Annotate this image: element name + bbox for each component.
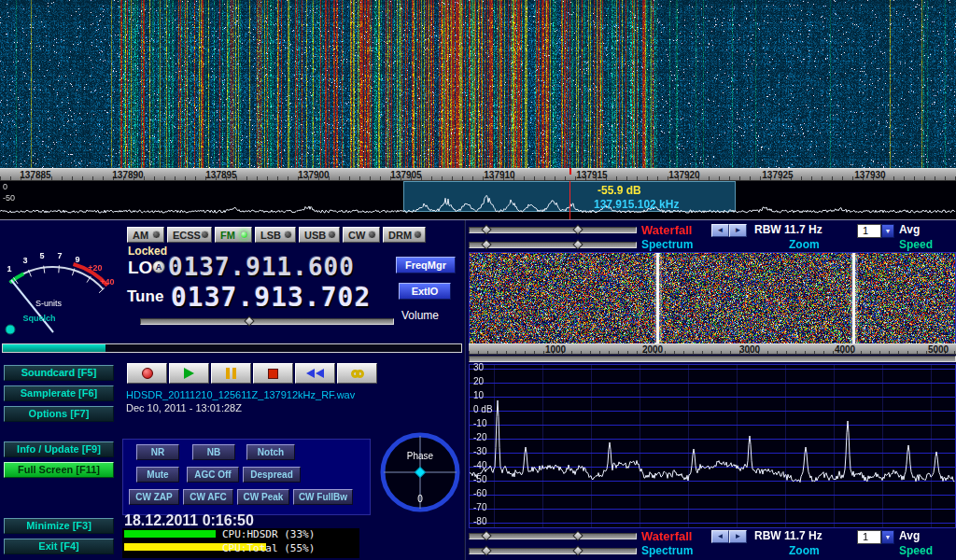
- rf-frequency-scale[interactable]: 137885 137890 137895 137900 137905 13791…: [0, 168, 956, 181]
- af-waterfall-display[interactable]: [469, 252, 956, 345]
- mode-button-drm[interactable]: DRM: [383, 227, 426, 243]
- rf-waterfall-display[interactable]: [0, 0, 956, 168]
- cw-zap-button[interactable]: CW ZAP: [129, 489, 179, 505]
- locked-indicator: Locked: [128, 245, 167, 258]
- pause-button[interactable]: [211, 363, 251, 384]
- mode-button-fm[interactable]: FM: [215, 227, 252, 243]
- mode-button-am[interactable]: AM: [127, 227, 164, 243]
- freq-tick-label: 137920: [668, 170, 699, 180]
- record-button[interactable]: [127, 363, 167, 384]
- db-axis-label: -10: [473, 418, 486, 428]
- soundcard-button[interactable]: Soundcard [F5]: [4, 365, 114, 381]
- nb-button[interactable]: NB: [192, 444, 235, 460]
- slider-thumb[interactable]: [481, 224, 491, 234]
- nr-button[interactable]: NR: [136, 444, 179, 460]
- waterfall-contrast-slider[interactable]: [469, 227, 637, 233]
- mode-label: LSB: [260, 230, 281, 241]
- agc-button[interactable]: AGC Off: [187, 467, 239, 483]
- af-tick-label: 5000: [928, 344, 949, 355]
- cw-peak-button[interactable]: CW Peak: [237, 489, 289, 505]
- cursor-frequency-readout: 137.915.102 kHz: [594, 198, 679, 211]
- slider-thumb[interactable]: [481, 239, 491, 249]
- mode-label: USB: [304, 230, 326, 241]
- af-zoom-left-button[interactable]: ◄: [711, 530, 729, 543]
- freqmgr-button[interactable]: FreqMgr: [396, 257, 456, 273]
- slider-thumb[interactable]: [481, 545, 491, 555]
- spectrum-label[interactable]: Spectrum: [641, 238, 693, 251]
- af-speed-select[interactable]: 1: [857, 530, 881, 544]
- af-zoom-right-button[interactable]: ►: [729, 530, 747, 543]
- minimize-button[interactable]: Minimize [F3]: [4, 518, 114, 534]
- spectrum-range-slider[interactable]: [469, 242, 637, 248]
- loop-button[interactable]: [337, 363, 377, 384]
- despread-button[interactable]: Despread: [243, 467, 301, 483]
- slider-thumb[interactable]: [572, 224, 583, 234]
- slider-thumb[interactable]: [572, 545, 583, 555]
- lo-auto-button[interactable]: A: [152, 260, 165, 273]
- db-axis-label: -40: [473, 460, 486, 470]
- extio-button[interactable]: ExtIO: [399, 283, 451, 300]
- playback-progress-bar[interactable]: [2, 343, 462, 353]
- waterfall-label[interactable]: Waterfall: [641, 223, 692, 237]
- rewind-button[interactable]: [295, 363, 335, 384]
- db-scale-label: -50: [3, 193, 15, 203]
- progress-fill: [3, 344, 105, 352]
- af-waterfall-contrast-slider[interactable]: [469, 533, 637, 539]
- af-frequency-scale[interactable]: 1000 2000 3000 4000 5000: [469, 343, 956, 355]
- volume-slider-thumb[interactable]: [244, 315, 254, 326]
- freq-tick-label: 137910: [484, 170, 514, 180]
- af-spectrum-range-slider[interactable]: [469, 548, 637, 554]
- af-spectrum-display[interactable]: [469, 364, 956, 528]
- exit-button[interactable]: Exit [F4]: [4, 539, 114, 554]
- stop-button[interactable]: [253, 363, 293, 384]
- options-button[interactable]: Options [F7]: [4, 406, 114, 422]
- af-scroll-bar[interactable]: [469, 356, 956, 362]
- smeter-tick: 1: [7, 264, 11, 273]
- slider-thumb[interactable]: [572, 239, 583, 249]
- mode-button-ecss[interactable]: ECSS: [167, 227, 212, 243]
- slider-thumb[interactable]: [572, 530, 583, 540]
- slider-thumb[interactable]: [481, 530, 491, 540]
- speed-select-arrow-icon[interactable]: ▼: [881, 224, 894, 238]
- cw-afc-button[interactable]: CW AFC: [183, 489, 233, 505]
- info-update-button[interactable]: Info / Update [F9]: [4, 441, 114, 457]
- af-spectrum-label[interactable]: Spectrum: [641, 544, 693, 557]
- mode-button-usb[interactable]: USB: [299, 227, 340, 243]
- speed-label: Speed: [899, 238, 933, 251]
- smeter-tick: +20: [88, 263, 102, 273]
- s-meter: 1 3 5 7 9 +20 +40 S-units Squelch: [2, 222, 123, 338]
- rf-spectrum-display[interactable]: [0, 181, 956, 219]
- mute-button[interactable]: Mute: [136, 467, 179, 483]
- db-axis-label: 0 dB: [473, 404, 493, 414]
- mode-button-cw[interactable]: CW: [343, 227, 380, 243]
- af-speed-select-arrow-icon[interactable]: ▼: [881, 530, 894, 544]
- hdsdr-app: 137885 137890 137895 137900 137905 13791…: [0, 0, 956, 560]
- zoom-right-button[interactable]: ►: [729, 224, 747, 237]
- record-icon: [142, 368, 153, 379]
- lo-frequency-display[interactable]: 0137.911.600: [168, 253, 355, 281]
- volume-slider[interactable]: [140, 318, 394, 325]
- tune-frequency-display[interactable]: 0137.913.702: [171, 282, 371, 313]
- rewind-icon: [316, 369, 324, 378]
- db-axis-label: -80: [473, 516, 486, 526]
- panel-divider: [464, 220, 466, 560]
- freq-tick-label: 137930: [854, 170, 885, 180]
- af-waterfall-label[interactable]: Waterfall: [641, 529, 692, 543]
- db-axis-label: 10: [473, 390, 484, 400]
- samplerate-button[interactable]: Samplerate [F6]: [4, 385, 114, 401]
- speed-select[interactable]: 1: [857, 224, 881, 238]
- notch-button[interactable]: Notch: [246, 444, 295, 460]
- af-zoom-label: Zoom: [789, 544, 820, 557]
- squelch-knob[interactable]: [6, 325, 15, 334]
- mode-led-icon: [201, 231, 209, 239]
- db-axis-label: -20: [473, 432, 486, 442]
- pause-icon: [226, 368, 230, 379]
- cw-fullbw-button[interactable]: CW FullBw: [293, 489, 353, 505]
- smeter-tick: +40: [100, 277, 114, 287]
- mode-button-lsb[interactable]: LSB: [255, 227, 296, 243]
- freq-tick-label: 137895: [205, 170, 236, 180]
- fullscreen-button[interactable]: Full Screen [F11]: [4, 462, 114, 478]
- zoom-left-button[interactable]: ◄: [711, 224, 729, 237]
- af-tick-label: 1000: [545, 344, 566, 355]
- play-button[interactable]: [169, 363, 209, 384]
